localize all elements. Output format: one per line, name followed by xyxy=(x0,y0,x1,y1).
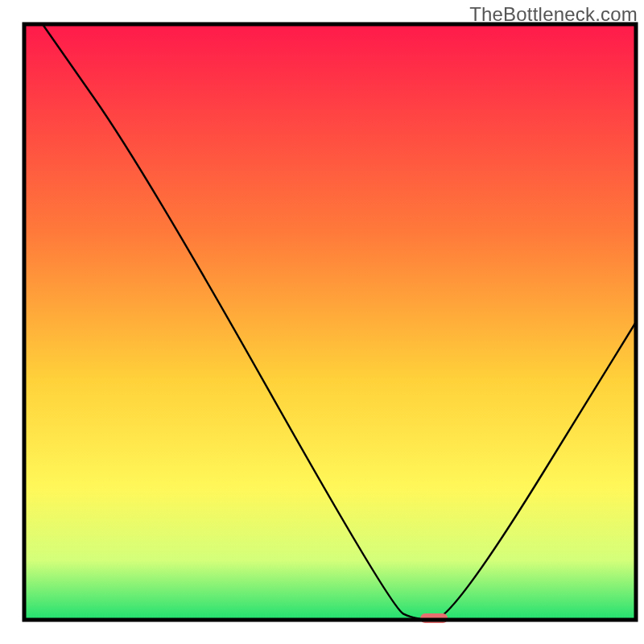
plot-background xyxy=(24,24,636,620)
watermark-text: TheBottleneck.com xyxy=(469,3,638,26)
bottleneck-chart xyxy=(0,0,644,644)
